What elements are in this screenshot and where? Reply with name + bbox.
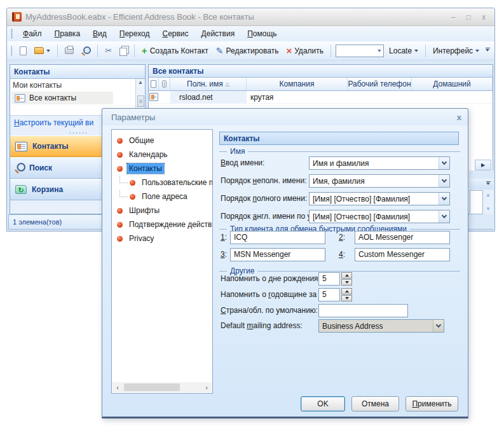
anniversary-reminder-spinner[interactable]	[341, 288, 352, 301]
apply-button[interactable]: Применить	[405, 396, 458, 411]
print-preview-button[interactable]	[79, 45, 93, 57]
menu-file[interactable]: Файл	[18, 28, 47, 39]
page-icon	[151, 80, 156, 88]
list-column-headers: Полн. имя △ Компания Рабочий телефон Дом…	[149, 78, 493, 91]
copy-button[interactable]	[117, 45, 130, 57]
cut-button[interactable]: ✂	[102, 45, 114, 57]
menu-view[interactable]: Вид	[88, 28, 112, 39]
chevron-down-icon	[442, 195, 447, 200]
im4-input[interactable]: Custom Messenger	[355, 248, 450, 261]
scroll-left-icon[interactable]: ‹	[112, 383, 123, 392]
toolbar-overflow-button[interactable]	[484, 48, 491, 53]
print-button[interactable]	[62, 46, 76, 55]
toolbar-separator	[97, 45, 98, 57]
dialog-tree-hscrollbar[interactable]: ‹ ›	[112, 382, 212, 392]
tree-item-fonts[interactable]: Шрифты	[112, 204, 212, 218]
open-button[interactable]	[32, 46, 53, 55]
minimize-button[interactable]: –	[447, 13, 459, 22]
dialog-panel-header: Контакты	[219, 132, 459, 145]
cancel-button[interactable]: Отмена	[351, 396, 399, 411]
tree-item-contacts[interactable]: Контакты	[112, 162, 212, 176]
spin-up-button[interactable]	[341, 288, 352, 294]
spin-up-button[interactable]	[341, 272, 352, 279]
edit-contact-button[interactable]: ✎ Редактировать	[214, 45, 282, 57]
birthday-reminder-spinner[interactable]	[341, 272, 352, 286]
preview-vscrollbar[interactable]: ▲ ▼	[483, 190, 493, 214]
contacts-icon	[15, 142, 27, 151]
maximize-button[interactable]: □	[463, 13, 474, 22]
chevron-down-icon	[442, 213, 447, 218]
mailing-address-combo[interactable]: Business Address	[318, 319, 444, 333]
scroll-thumb[interactable]	[137, 95, 144, 107]
column-company[interactable]: Компания	[247, 78, 348, 90]
bullet-icon	[130, 194, 135, 200]
bullet-icon	[117, 138, 123, 144]
scroll-down-icon[interactable]: ▼	[486, 205, 491, 213]
anniversary-reminder-input[interactable]: 5	[318, 288, 340, 301]
scroll-up-icon[interactable]: ▲	[138, 79, 143, 86]
birthday-reminder-input[interactable]: 5	[318, 272, 340, 286]
column-icon[interactable]	[149, 78, 159, 90]
country-label: Страна/обл. по умолчанию:	[221, 306, 317, 315]
im3-input[interactable]: MSN Messenger	[230, 248, 325, 261]
name-entry-combo[interactable]: Имя и фамилия	[309, 156, 450, 170]
column-home[interactable]: Домашний	[412, 78, 493, 90]
chevron-down-icon	[436, 322, 441, 328]
preview-pane	[470, 190, 483, 214]
close-button[interactable]: x	[478, 13, 489, 22]
delete-label: Удалить	[294, 46, 324, 55]
list-hscroll-right-button[interactable]: ▶	[475, 160, 491, 170]
tree-item-calendar[interactable]: Календарь	[112, 148, 212, 162]
interface-label: Интерфейс	[433, 46, 473, 55]
bullet-icon	[117, 208, 123, 214]
spin-down-button[interactable]	[341, 279, 352, 286]
tree-item-general[interactable]: Общие	[112, 134, 212, 148]
mailing-address-label: Default mailing address:	[221, 321, 317, 330]
im2-input[interactable]: AOL Messenger	[355, 231, 450, 244]
delete-contact-button[interactable]: × Удалить	[283, 45, 326, 57]
search-combo[interactable]	[336, 45, 384, 57]
column-work-phone[interactable]: Рабочий телефон	[348, 78, 412, 90]
search-input[interactable]	[336, 46, 378, 56]
tree-item-address-field[interactable]: Поле адреса	[112, 190, 212, 204]
scroll-thumb[interactable]	[124, 383, 180, 391]
menu-actions[interactable]: Действия	[196, 28, 240, 39]
copy-icon	[119, 48, 127, 56]
interface-button[interactable]: Интерфейс	[430, 45, 482, 57]
scroll-right-icon[interactable]: ›	[201, 383, 212, 392]
new-button[interactable]	[17, 45, 29, 57]
dialog-close-button[interactable]: x	[457, 113, 461, 122]
locate-button[interactable]: Locate	[386, 45, 421, 57]
tree-item-all-contacts[interactable]: Все контакты	[11, 92, 113, 104]
preview-toolbar-overflow-icon[interactable]	[484, 181, 492, 187]
create-contact-button[interactable]: + Создать Контакт	[139, 45, 211, 57]
im3-label: 3:	[221, 250, 227, 259]
menu-service[interactable]: Сервис	[157, 28, 193, 39]
menubar-grip[interactable]	[11, 29, 13, 39]
menu-help[interactable]: Помощь	[242, 28, 282, 39]
short-name-order-combo[interactable]: Имя, фамилия	[309, 174, 450, 188]
tree-item-custom-fields[interactable]: Пользовательские п	[112, 176, 212, 190]
chevron-down-icon	[442, 177, 447, 183]
menu-edit[interactable]: Правка	[50, 28, 86, 39]
full-name-order-label: Порядок полного имени:	[221, 194, 308, 203]
contact-row[interactable]: rsload.net крутая	[149, 91, 493, 104]
scroll-up-icon[interactable]: ▲	[486, 191, 491, 199]
menu-go[interactable]: Переход	[114, 28, 155, 39]
ok-button[interactable]: OK	[301, 396, 345, 411]
dropdown-arrow-icon	[475, 50, 479, 54]
column-attachment[interactable]	[159, 78, 170, 90]
im1-input[interactable]: ICQ	[230, 231, 325, 244]
eng-name-order-combo[interactable]: [Имя] [Отчество] [Фамилия]	[309, 210, 450, 223]
app-icon	[12, 12, 22, 22]
toolbar-separator	[330, 45, 331, 57]
spin-down-button[interactable]	[341, 295, 352, 301]
full-name-order-combo[interactable]: [Имя] [Отчество] [Фамилия]	[309, 192, 450, 205]
tree-item-privacy[interactable]: Privacy	[112, 231, 212, 245]
print-preview-icon	[81, 46, 90, 55]
country-input[interactable]	[318, 304, 408, 317]
column-full-name[interactable]: Полн. имя △	[170, 78, 247, 90]
combo-dropdown-icon[interactable]	[378, 50, 381, 54]
toolbar-grip[interactable]	[11, 46, 12, 56]
tree-item-confirmation[interactable]: Подтверждение действи	[112, 218, 212, 231]
